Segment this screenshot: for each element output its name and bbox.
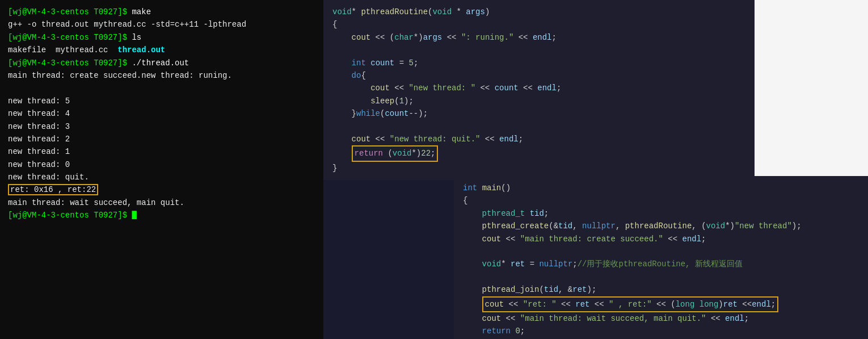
- terminal-line: [wj@VM-4-3-centos T0927]$ ls: [8, 33, 141, 42]
- code-section: void* pthreadRoutine(void * args) { cout…: [323, 0, 868, 339]
- terminal-ret-line: ret: 0x16 , ret:22: [8, 184, 98, 195]
- code-panel-pthread-routine: void* pthreadRoutine(void * args) { cout…: [323, 0, 755, 180]
- terminal-content: [wj@VM-4-3-centos T0927]$ make g++ -o th…: [8, 6, 315, 222]
- terminal-line: [wj@VM-4-3-centos T0927]$ ./thread.out: [8, 58, 189, 68]
- terminal-line: new thread: 4: [8, 109, 70, 118]
- code-content-bottom: int main() { pthread_t tid; pthread_crea…: [463, 182, 859, 339]
- terminal-line: main thread: wait succeed, main quit.: [8, 198, 184, 207]
- terminal-panel: [wj@VM-4-3-centos T0927]$ make g++ -o th…: [0, 0, 323, 339]
- terminal-line: new thread: 2: [8, 135, 70, 144]
- terminal-line: new thread: 5: [8, 97, 70, 106]
- blank-line: [8, 83, 12, 93]
- terminal-line: makefile mythread.cc thread.out: [8, 45, 165, 55]
- terminal-line: g++ -o thread.out mythread.cc -std=c++11…: [8, 20, 246, 29]
- code-panel-main: int main() { pthread_t tid; pthread_crea…: [454, 176, 868, 339]
- terminal-line: new thread: 0: [8, 160, 70, 169]
- terminal-line: main thread: create succeed.new thread: …: [8, 71, 232, 80]
- white-area: [755, 0, 868, 176]
- terminal-line: [wj@VM-4-3-centos T0927]$ make: [8, 7, 151, 16]
- code-content-top: void* pthreadRoutine(void * args) { cout…: [332, 6, 745, 174]
- terminal-line: new thread: 1: [8, 147, 70, 156]
- terminal-line: new thread: 3: [8, 122, 70, 131]
- terminal-prompt-line: [wj@VM-4-3-centos T0927]$ █: [8, 211, 137, 220]
- terminal-line: new thread: quit.: [8, 173, 89, 182]
